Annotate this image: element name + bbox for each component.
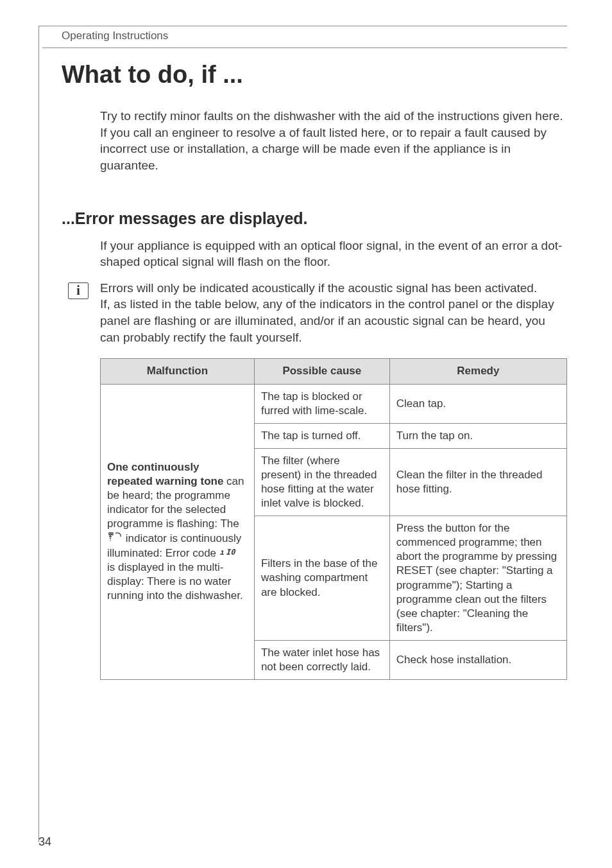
remedy-cell: Clean the filter in the threaded hose fi… — [389, 448, 566, 516]
error-table-wrapper: Malfunction Possible cause Remedy One co… — [42, 358, 567, 680]
remedy-cell: Clean tap. — [389, 384, 566, 423]
page-number: 34 — [38, 835, 51, 849]
header-remedy: Remedy — [389, 359, 566, 384]
cause-cell: The tap is turned off. — [254, 423, 389, 448]
svg-point-0 — [110, 534, 112, 535]
cause-cell: Filters in the base of the washing compa… — [254, 516, 389, 641]
error-table: Malfunction Possible cause Remedy One co… — [100, 358, 567, 680]
page-header: Operating Instructions — [42, 30, 567, 42]
remedy-cell: Turn the tap on. — [389, 423, 566, 448]
header-cause: Possible cause — [254, 359, 389, 384]
section-title: ...Error messages are displayed. — [42, 209, 567, 228]
malfunction-cell: One continuously repeated warning tone c… — [101, 384, 255, 680]
cause-cell: The tap is blocked or furred with lime-s… — [254, 384, 389, 423]
svg-text:I0: I0 — [226, 548, 236, 557]
cause-cell: The filter (where present) in the thread… — [254, 448, 389, 516]
error-code-icon: ıI0 — [219, 546, 239, 560]
header-malfunction: Malfunction — [101, 359, 255, 384]
info-block: i Errors will only be indicated acoustic… — [42, 280, 567, 346]
malfunction-text-3: is displayed in the multi-display: There… — [107, 561, 243, 602]
info-paragraph-2: If, as listed in the table below, any of… — [100, 297, 554, 343]
table-row: One continuously repeated warning tone c… — [101, 384, 567, 423]
cause-cell: The water inlet hose has not been correc… — [254, 640, 389, 679]
info-icon: i — [68, 282, 89, 299]
section-paragraph-1: If your appliance is equipped with an op… — [42, 238, 567, 270]
header-rule — [42, 48, 567, 48]
info-icon-glyph: i — [76, 283, 80, 298]
intro-paragraph: Try to rectify minor faults on the dishw… — [42, 108, 567, 174]
svg-text:ı: ı — [219, 548, 225, 557]
table-header-row: Malfunction Possible cause Remedy — [101, 359, 567, 384]
malfunction-bold: One continuously repeated warning tone — [107, 461, 223, 487]
tap-icon — [107, 532, 123, 546]
info-text: Errors will only be indicated acoustical… — [100, 280, 567, 346]
remedy-cell: Press the button for the commenced progr… — [389, 516, 566, 641]
main-title: What to do, if ... — [42, 61, 567, 89]
info-paragraph-1: Errors will only be indicated acoustical… — [100, 281, 537, 295]
remedy-cell: Check hose installation. — [389, 640, 566, 679]
